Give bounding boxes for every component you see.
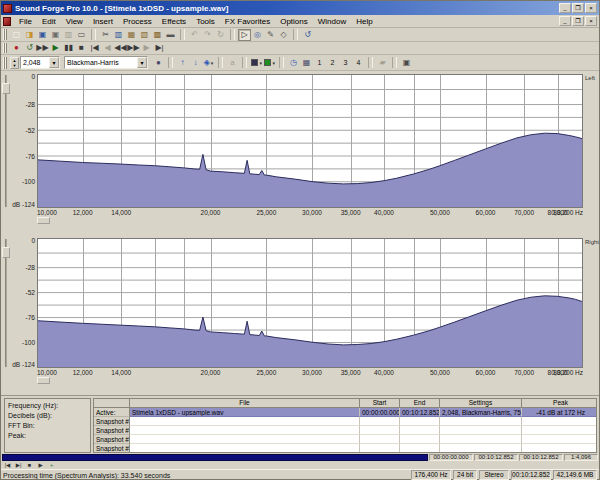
menu-effects[interactable]: Effects (157, 16, 191, 27)
whats-this-button[interactable]: ↺ (301, 29, 314, 41)
table-row[interactable]: Snapshot #4: (94, 444, 596, 453)
snapshot-4-button[interactable]: 4 (352, 57, 365, 69)
rewind-button[interactable]: ◀◀ (114, 42, 127, 54)
left-vertical-zoom-handle[interactable] (2, 83, 10, 94)
table-row[interactable]: Active:Stimela 1xDSD - upsample.wav00:00… (94, 408, 596, 417)
left-spectrum-plot[interactable] (37, 74, 583, 208)
open-button[interactable]: ◨ (23, 29, 36, 41)
titlebar-restore-button[interactable]: ❐ (572, 3, 584, 13)
save-button[interactable]: ▣ (36, 29, 49, 41)
column-header-end[interactable]: End (400, 399, 440, 408)
fft-size-dropdown-icon[interactable] (49, 57, 59, 68)
left-x-tick-25000: 25,000 (253, 209, 279, 216)
paste-special-button-icon: ▧ (141, 30, 149, 40)
fft-bin-readout-label: FFT Bin: (8, 421, 87, 431)
menu-fx-favorites[interactable]: FX Favorites (220, 16, 275, 27)
zoom-ratio-box[interactable]: 1:4,096 (564, 454, 598, 461)
pan-zoom-button[interactable]: ◈▾ (202, 57, 215, 69)
column-header-start[interactable]: Start (360, 399, 400, 408)
move-down-button[interactable]: ↓ (189, 57, 202, 69)
document-minimize-button[interactable]: _ (559, 16, 571, 26)
titlebar-close-button[interactable]: × (585, 3, 597, 13)
new-button[interactable]: ▢ (10, 29, 23, 41)
playbar-go-to-end-button[interactable]: ▶| (14, 462, 23, 469)
toolbar-grip[interactable] (3, 57, 7, 69)
sonogram-color-select[interactable]: ▾ (263, 57, 276, 69)
magnify-tool-button[interactable]: ◎ (251, 29, 264, 41)
titlebar-minimize-button[interactable]: _ (559, 3, 571, 13)
menu-view[interactable]: View (61, 16, 88, 27)
menu-tools[interactable]: Tools (191, 16, 220, 27)
left-horizontal-zoom-handle[interactable] (37, 217, 50, 224)
right-spectrum-plot[interactable] (37, 238, 583, 368)
go-to-start-button[interactable]: |◀ (88, 42, 101, 54)
pencil-tool-button[interactable]: ✎ (264, 29, 277, 41)
document-restore-button[interactable]: ❐ (572, 16, 584, 26)
snapshot-1-button[interactable]: 1 (313, 57, 326, 69)
copy-button[interactable]: ▥ (112, 29, 125, 41)
selection-length-box[interactable]: 00:10:12.852 (519, 454, 563, 461)
graph-color-select[interactable]: ▾ (250, 57, 263, 69)
selection-end-box[interactable]: 00:10:12.852 (474, 454, 518, 461)
show-grid-button[interactable]: ▦ (300, 57, 313, 69)
table-row[interactable]: Snapshot #3: (94, 435, 596, 444)
save-as-button[interactable]: ▣ (49, 29, 62, 41)
menu-insert[interactable]: Insert (88, 16, 118, 27)
column-header-file[interactable]: File (130, 399, 360, 408)
graph-color-select-arrow-icon[interactable]: ▾ (259, 60, 262, 66)
stop-button[interactable]: ■ (75, 42, 88, 54)
menu-window[interactable]: Window (313, 16, 351, 27)
paste-special-button[interactable]: ▧ (138, 29, 151, 41)
table-row[interactable]: Snapshot #2: (94, 426, 596, 435)
snapshot-3-button[interactable]: 3 (339, 57, 352, 69)
toolbar-grip[interactable] (3, 43, 7, 53)
right-vertical-zoom-slider[interactable] (1, 238, 11, 368)
edit-tool-button[interactable]: ▷ (238, 29, 251, 41)
realtime-monitor-button[interactable]: ◷ (287, 57, 300, 69)
right-horizontal-zoom-handle[interactable] (37, 377, 50, 384)
fft-size-select[interactable]: 2,048 (20, 56, 60, 69)
playbar-add-button[interactable]: + (47, 462, 56, 469)
snapshot-2-button[interactable]: 2 (326, 57, 339, 69)
record-button[interactable]: ● (10, 42, 23, 54)
loop-playback-button[interactable]: ↺ (23, 42, 36, 54)
pan-zoom-button-arrow-icon[interactable]: ▾ (211, 60, 214, 66)
playbar-play-button[interactable]: ▶ (36, 462, 45, 469)
paste-button[interactable]: ▦ (125, 29, 138, 41)
menu-process[interactable]: Process (118, 16, 157, 27)
smoothing-window-dropdown-icon[interactable] (137, 57, 147, 68)
trim-crop-button[interactable]: ▬ (164, 29, 177, 41)
menu-help[interactable]: Help (351, 16, 377, 27)
play-all-button[interactable]: ▶▶ (36, 42, 49, 54)
snapshot-1-button-icon: 1 (318, 58, 322, 68)
move-up-button[interactable]: ↑ (176, 57, 189, 69)
print-graph-button[interactable]: ▣ (400, 57, 413, 69)
mdi-window-controls: _❐× (559, 16, 597, 26)
sonogram-color-select-arrow-icon[interactable]: ▾ (272, 60, 275, 66)
forward-button[interactable]: ▶▶ (127, 42, 140, 54)
menu-edit[interactable]: Edit (37, 16, 61, 27)
right-vertical-zoom-handle[interactable] (2, 247, 10, 258)
menu-options[interactable]: Options (275, 16, 313, 27)
hold-peaks-button[interactable]: ● (152, 57, 165, 69)
playbar-go-to-start-button[interactable]: |◀ (3, 462, 12, 469)
column-header-peak[interactable]: Peak (522, 399, 597, 408)
smoothing-window-select[interactable]: Blackman-Harris (64, 56, 148, 69)
cut-button[interactable]: ✂ (99, 29, 112, 41)
toolbar-grip[interactable] (3, 29, 7, 39)
playbar-stop-button[interactable]: ■ (25, 462, 34, 469)
print-file-button[interactable]: ▭ (75, 29, 88, 41)
left-vertical-zoom-slider[interactable] (1, 74, 11, 208)
mix-button[interactable]: ▩ (151, 29, 164, 41)
pause-button[interactable]: ▮▮ (62, 42, 75, 54)
go-to-end-button[interactable]: ▶| (153, 42, 166, 54)
menu-file[interactable]: File (14, 16, 37, 27)
envelope-tool-button[interactable]: ◇ (277, 29, 290, 41)
column-header-settings[interactable]: Settings (440, 399, 522, 408)
play-button[interactable]: ▶ (49, 42, 62, 54)
seek-bar[interactable] (2, 454, 428, 461)
document-close-button[interactable]: × (585, 16, 597, 26)
table-row[interactable]: Snapshot #1: (94, 417, 596, 426)
fft-size-spinner[interactable]: ▲▼ (10, 57, 19, 69)
selection-start-box[interactable]: 00:00:00.000 (429, 454, 473, 461)
